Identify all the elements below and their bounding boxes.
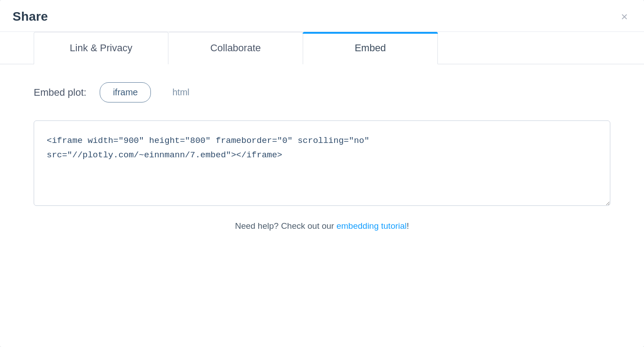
embedding-tutorial-link[interactable]: embedding tutorial bbox=[336, 221, 406, 231]
embed-code-textarea[interactable]: <iframe width="900" height="800" framebo… bbox=[34, 120, 610, 206]
embed-type-html-button[interactable]: html bbox=[160, 83, 202, 102]
modal-title: Share bbox=[13, 9, 48, 24]
help-text: Need help? Check out our embedding tutor… bbox=[34, 221, 610, 231]
tab-collaborate[interactable]: Collaborate bbox=[168, 32, 303, 64]
code-box-wrapper: <iframe width="900" height="800" framebo… bbox=[34, 120, 610, 208]
tab-link-privacy[interactable]: Link & Privacy bbox=[34, 32, 168, 64]
modal-body: Embed plot: iframe html <iframe width="9… bbox=[0, 64, 644, 249]
embed-plot-label: Embed plot: bbox=[34, 87, 86, 98]
close-button[interactable]: × bbox=[618, 9, 631, 24]
tab-embed[interactable]: Embed bbox=[303, 32, 438, 64]
embed-plot-row: Embed plot: iframe html bbox=[34, 82, 610, 102]
modal-header: Share × bbox=[0, 0, 644, 32]
help-text-before: Need help? Check out our bbox=[235, 221, 336, 231]
help-text-after: ! bbox=[407, 221, 409, 231]
embed-type-iframe-button[interactable]: iframe bbox=[100, 82, 151, 102]
share-modal: Share × Link & Privacy Collaborate Embed… bbox=[0, 0, 644, 347]
tabs-container: Link & Privacy Collaborate Embed bbox=[0, 32, 644, 64]
